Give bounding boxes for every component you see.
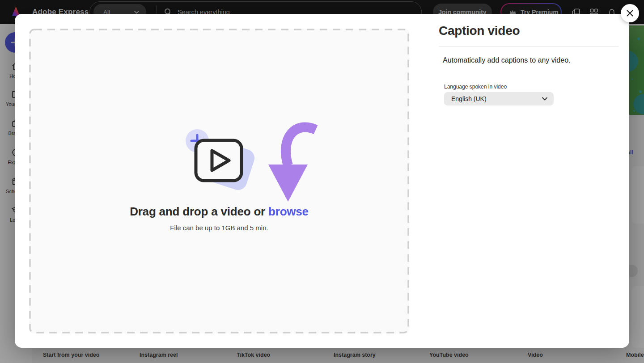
modal-title: Caption video [439, 24, 520, 38]
browse-link[interactable]: browse [268, 205, 309, 218]
close-modal-button[interactable] [621, 4, 639, 22]
language-select-value: English (UK) [451, 95, 487, 102]
language-select[interactable]: English (UK) [444, 92, 554, 106]
dropzone-note: File can be up to 1GB and 5 min. [29, 224, 409, 232]
video-upload-illustration [179, 121, 326, 206]
panel-divider [439, 46, 619, 46]
close-icon [626, 9, 634, 17]
dropzone-heading-text: Drag and drop a video or [130, 205, 265, 218]
adobe-express-app: Adobe Express All Join communit [0, 0, 644, 363]
caption-settings-panel: Caption video Automatically add captions… [439, 14, 619, 348]
chevron-down-icon [542, 97, 547, 101]
caption-video-modal: Drag and drop a video orbrowse File can … [15, 14, 629, 348]
modal-description: Automatically add captions to any video. [443, 56, 571, 64]
video-dropzone[interactable]: Drag and drop a video orbrowse File can … [29, 29, 409, 333]
dropzone-heading: Drag and drop a video orbrowse [29, 205, 409, 219]
language-field-label: Language spoken in video [444, 84, 507, 90]
